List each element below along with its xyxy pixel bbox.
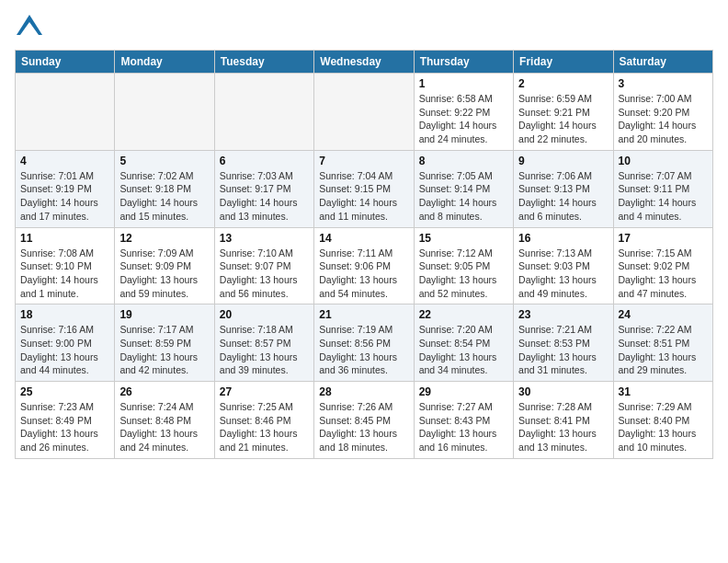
day-info: Sunrise: 7:09 AMSunset: 9:09 PMDaylight:… (119, 247, 209, 301)
day-number: 16 (518, 232, 608, 245)
calendar-cell: 15Sunrise: 7:12 AMSunset: 9:05 PMDayligh… (414, 227, 513, 304)
logo-icon (17, 15, 42, 35)
day-number: 5 (119, 155, 209, 167)
day-info: Sunrise: 7:15 AMSunset: 9:02 PMDaylight:… (619, 247, 708, 301)
calendar-cell: 5Sunrise: 7:02 AMSunset: 9:18 PMDaylight… (115, 150, 214, 227)
day-info: Sunrise: 7:12 AMSunset: 9:05 PMDaylight:… (419, 247, 508, 301)
day-number: 29 (419, 385, 508, 398)
day-info: Sunrise: 7:03 AMSunset: 9:17 PMDaylight:… (220, 169, 309, 224)
calendar-cell: 3Sunrise: 7:00 AMSunset: 9:20 PMDaylight… (613, 74, 712, 151)
calendar-cell: 29Sunrise: 7:27 AMSunset: 8:43 PMDayligh… (414, 382, 513, 459)
day-info: Sunrise: 7:04 AMSunset: 9:15 PMDaylight:… (319, 169, 408, 224)
day-number: 28 (319, 385, 408, 398)
day-number: 12 (119, 232, 209, 245)
day-info: Sunrise: 7:27 AMSunset: 8:43 PMDaylight:… (419, 400, 508, 454)
calendar-cell: 6Sunrise: 7:03 AMSunset: 9:17 PMDaylight… (214, 150, 313, 227)
day-info: Sunrise: 7:13 AMSunset: 9:03 PMDaylight:… (518, 247, 608, 301)
day-number: 25 (20, 385, 109, 398)
day-info: Sunrise: 7:06 AMSunset: 9:13 PMDaylight:… (518, 169, 608, 224)
day-info: Sunrise: 7:22 AMSunset: 8:51 PMDaylight:… (619, 323, 708, 377)
day-info: Sunrise: 7:29 AMSunset: 8:40 PMDaylight:… (619, 400, 708, 454)
calendar-cell (214, 74, 313, 151)
day-of-week-header: Monday (115, 51, 214, 74)
day-number: 11 (20, 232, 109, 245)
day-number: 8 (419, 155, 508, 167)
calendar-cell: 27Sunrise: 7:25 AMSunset: 8:46 PMDayligh… (214, 382, 313, 459)
calendar-cell: 13Sunrise: 7:10 AMSunset: 9:07 PMDayligh… (214, 227, 313, 304)
calendar-cell: 24Sunrise: 7:22 AMSunset: 8:51 PMDayligh… (613, 304, 712, 382)
calendar-cell: 19Sunrise: 7:17 AMSunset: 8:59 PMDayligh… (115, 304, 214, 382)
day-info: Sunrise: 7:17 AMSunset: 8:59 PMDaylight:… (119, 323, 209, 377)
day-info: Sunrise: 7:01 AMSunset: 9:19 PMDaylight:… (20, 169, 109, 224)
day-info: Sunrise: 7:25 AMSunset: 8:46 PMDaylight:… (220, 400, 309, 454)
day-of-week-header: Thursday (414, 51, 513, 74)
calendar-cell: 11Sunrise: 7:08 AMSunset: 9:10 PMDayligh… (16, 227, 115, 304)
day-info: Sunrise: 7:08 AMSunset: 9:10 PMDaylight:… (20, 247, 109, 301)
calendar-cell: 12Sunrise: 7:09 AMSunset: 9:09 PMDayligh… (115, 227, 214, 304)
page-header (15, 15, 713, 39)
day-info: Sunrise: 7:24 AMSunset: 8:48 PMDaylight:… (119, 400, 209, 454)
day-of-week-header: Wednesday (314, 51, 414, 74)
calendar-cell: 14Sunrise: 7:11 AMSunset: 9:06 PMDayligh… (314, 227, 414, 304)
day-info: Sunrise: 7:18 AMSunset: 8:57 PMDaylight:… (220, 323, 309, 377)
day-info: Sunrise: 7:23 AMSunset: 8:49 PMDaylight:… (20, 400, 109, 454)
calendar-cell: 28Sunrise: 7:26 AMSunset: 8:45 PMDayligh… (314, 382, 414, 459)
day-number: 30 (518, 385, 608, 398)
day-number: 18 (20, 308, 109, 321)
calendar-week-row: 4Sunrise: 7:01 AMSunset: 9:19 PMDaylight… (16, 150, 713, 227)
day-number: 26 (119, 385, 209, 398)
day-info: Sunrise: 7:28 AMSunset: 8:41 PMDaylight:… (518, 400, 608, 454)
calendar-cell: 1Sunrise: 6:58 AMSunset: 9:22 PMDaylight… (414, 74, 513, 151)
calendar-cell: 21Sunrise: 7:19 AMSunset: 8:56 PMDayligh… (314, 304, 414, 382)
day-of-week-header: Tuesday (214, 51, 313, 74)
calendar-cell: 18Sunrise: 7:16 AMSunset: 9:00 PMDayligh… (16, 304, 115, 382)
calendar-cell: 10Sunrise: 7:07 AMSunset: 9:11 PMDayligh… (613, 150, 712, 227)
day-number: 17 (619, 232, 708, 245)
calendar-cell: 2Sunrise: 6:59 AMSunset: 9:21 PMDaylight… (514, 74, 613, 151)
calendar-cell: 25Sunrise: 7:23 AMSunset: 8:49 PMDayligh… (16, 382, 115, 459)
calendar-week-row: 18Sunrise: 7:16 AMSunset: 9:00 PMDayligh… (16, 304, 713, 382)
day-info: Sunrise: 6:58 AMSunset: 9:22 PMDaylight:… (419, 92, 508, 146)
calendar-cell: 30Sunrise: 7:28 AMSunset: 8:41 PMDayligh… (514, 382, 613, 459)
calendar-cell (115, 74, 214, 151)
day-of-week-header: Sunday (16, 51, 115, 74)
day-number: 3 (619, 77, 708, 90)
day-of-week-header: Saturday (613, 51, 712, 74)
day-number: 4 (20, 155, 109, 167)
day-info: Sunrise: 7:19 AMSunset: 8:56 PMDaylight:… (319, 323, 408, 377)
day-number: 2 (518, 77, 608, 90)
day-info: Sunrise: 7:26 AMSunset: 8:45 PMDaylight:… (319, 400, 408, 454)
day-number: 7 (319, 155, 408, 167)
day-number: 10 (619, 155, 708, 167)
calendar-header-row: SundayMondayTuesdayWednesdayThursdayFrid… (16, 51, 713, 74)
calendar-cell: 16Sunrise: 7:13 AMSunset: 9:03 PMDayligh… (514, 227, 613, 304)
calendar-cell: 9Sunrise: 7:06 AMSunset: 9:13 PMDaylight… (514, 150, 613, 227)
calendar-table: SundayMondayTuesdayWednesdayThursdayFrid… (15, 50, 713, 459)
day-number: 31 (619, 385, 708, 398)
day-info: Sunrise: 7:05 AMSunset: 9:14 PMDaylight:… (419, 169, 508, 224)
day-number: 22 (419, 308, 508, 321)
calendar-cell (16, 74, 115, 151)
day-number: 14 (319, 232, 408, 245)
calendar-cell (314, 74, 414, 151)
day-info: Sunrise: 7:16 AMSunset: 9:00 PMDaylight:… (20, 323, 109, 377)
day-info: Sunrise: 7:07 AMSunset: 9:11 PMDaylight:… (619, 169, 708, 224)
day-number: 19 (119, 308, 209, 321)
day-number: 23 (518, 308, 608, 321)
calendar-cell: 17Sunrise: 7:15 AMSunset: 9:02 PMDayligh… (613, 227, 712, 304)
calendar-week-row: 1Sunrise: 6:58 AMSunset: 9:22 PMDaylight… (16, 74, 713, 151)
logo (15, 15, 42, 39)
day-number: 20 (220, 308, 309, 321)
calendar-cell: 23Sunrise: 7:21 AMSunset: 8:53 PMDayligh… (514, 304, 613, 382)
calendar-week-row: 25Sunrise: 7:23 AMSunset: 8:49 PMDayligh… (16, 382, 713, 459)
day-number: 9 (518, 155, 608, 167)
calendar-cell: 4Sunrise: 7:01 AMSunset: 9:19 PMDaylight… (16, 150, 115, 227)
calendar-cell: 31Sunrise: 7:29 AMSunset: 8:40 PMDayligh… (613, 382, 712, 459)
day-info: Sunrise: 7:00 AMSunset: 9:20 PMDaylight:… (619, 92, 708, 146)
calendar-cell: 20Sunrise: 7:18 AMSunset: 8:57 PMDayligh… (214, 304, 313, 382)
day-info: Sunrise: 7:02 AMSunset: 9:18 PMDaylight:… (119, 169, 209, 224)
day-info: Sunrise: 6:59 AMSunset: 9:21 PMDaylight:… (518, 92, 608, 146)
calendar-cell: 22Sunrise: 7:20 AMSunset: 8:54 PMDayligh… (414, 304, 513, 382)
day-of-week-header: Friday (514, 51, 613, 74)
day-info: Sunrise: 7:10 AMSunset: 9:07 PMDaylight:… (220, 247, 309, 301)
